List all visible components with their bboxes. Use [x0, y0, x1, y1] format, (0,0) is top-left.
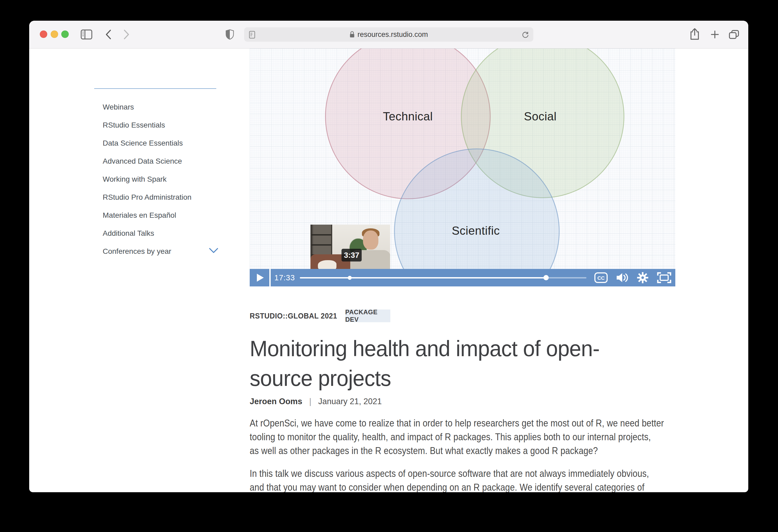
close-window-button[interactable]	[40, 30, 47, 38]
volume-button[interactable]	[616, 272, 629, 283]
sidebar-item-conferences-by-year[interactable]: Conferences by year	[103, 242, 191, 260]
publish-date: January 21, 2021	[318, 397, 382, 406]
article-body: At rOpenSci, we have come to realize tha…	[250, 416, 726, 492]
presenter-webcam-thumbnail: 3:37	[310, 225, 390, 269]
resource-nav: Webinars RStudio Essentials Data Science…	[103, 98, 191, 260]
control-bar-main: 17:33 CC	[270, 269, 675, 286]
sidebar-item-advanced-data-science[interactable]: Advanced Data Science	[103, 152, 191, 170]
sidebar-divider	[94, 88, 216, 89]
fullscreen-button[interactable]	[657, 272, 672, 283]
lock-icon	[349, 31, 355, 38]
sidebar-item-additional-talks[interactable]: Additional Talks	[103, 225, 191, 242]
sidebar-item-working-with-spark[interactable]: Working with Spark	[103, 170, 191, 188]
conference-kicker: RSTUDIO::GLOBAL 2021	[250, 312, 337, 320]
zoom-window-button[interactable]	[61, 30, 69, 38]
sidebar-item-webinars[interactable]: Webinars	[103, 98, 191, 116]
video-player[interactable]: Technical Social Scientific 3:37	[250, 49, 675, 269]
settings-gear-button[interactable]	[637, 272, 649, 284]
title-line-1: Monitoring health and impact of open-	[250, 334, 600, 363]
privacy-shield-icon[interactable]	[226, 29, 234, 40]
author-name[interactable]: Jeroen Ooms	[250, 397, 302, 406]
captions-button[interactable]: CC	[594, 272, 608, 283]
progress-played	[300, 277, 546, 278]
byline-separator: |	[309, 397, 311, 406]
playhead-dot[interactable]	[543, 275, 549, 280]
seek-bar[interactable]	[300, 269, 587, 286]
preview-timestamp-badge: 3:37	[341, 249, 362, 262]
svg-text:CC: CC	[597, 275, 605, 281]
browser-window: resources.rstudio.com	[29, 21, 748, 492]
title-line-2: source projects	[250, 363, 600, 393]
video-control-bar: 17:33 CC	[250, 269, 675, 286]
forward-button[interactable]	[124, 29, 130, 39]
url-text: resources.rstudio.com	[358, 30, 428, 39]
sidebar-item-rstudio-essentials[interactable]: RStudio Essentials	[103, 116, 191, 134]
address-bar[interactable]: resources.rstudio.com	[244, 27, 533, 41]
minimize-window-button[interactable]	[51, 30, 58, 38]
presenter-face	[363, 231, 378, 250]
sidebar-toggle-icon[interactable]	[80, 29, 93, 40]
topic-badge[interactable]: PACKAGE DEV	[345, 309, 390, 322]
share-icon[interactable]	[690, 27, 700, 40]
byline: Jeroen Ooms | January 21, 2021	[250, 397, 382, 406]
sidebar-item-rstudio-pro-administration[interactable]: RStudio Pro Administration	[103, 188, 191, 206]
paragraph-1: At rOpenSci, we have come to realize tha…	[250, 416, 664, 458]
reload-icon[interactable]	[522, 31, 529, 38]
venn-label-scientific: Scientific	[452, 224, 500, 237]
new-tab-icon[interactable]	[711, 30, 719, 38]
venn-label-technical: Technical	[383, 110, 433, 123]
back-button[interactable]	[105, 29, 111, 39]
paragraph-2: In this talk we discuss various aspects …	[250, 467, 664, 492]
venn-label-social: Social	[524, 110, 557, 123]
browser-toolbar: resources.rstudio.com	[29, 21, 748, 49]
hover-marker-dot[interactable]	[347, 276, 352, 280]
sidebar-item-data-science-essentials[interactable]: Data Science Essentials	[103, 134, 191, 152]
play-button[interactable]	[250, 269, 269, 286]
chevron-down-icon[interactable]	[209, 248, 218, 254]
current-time-label: 17:33	[275, 269, 295, 286]
sidebar-item-materiales-en-espanol[interactable]: Materiales en Español	[103, 206, 191, 225]
tab-overview-icon[interactable]	[729, 30, 739, 39]
page-title: Monitoring health and impact of open- so…	[250, 334, 600, 393]
play-icon	[257, 274, 264, 282]
desktop-background: resources.rstudio.com	[0, 0, 778, 532]
blanket	[318, 260, 336, 269]
